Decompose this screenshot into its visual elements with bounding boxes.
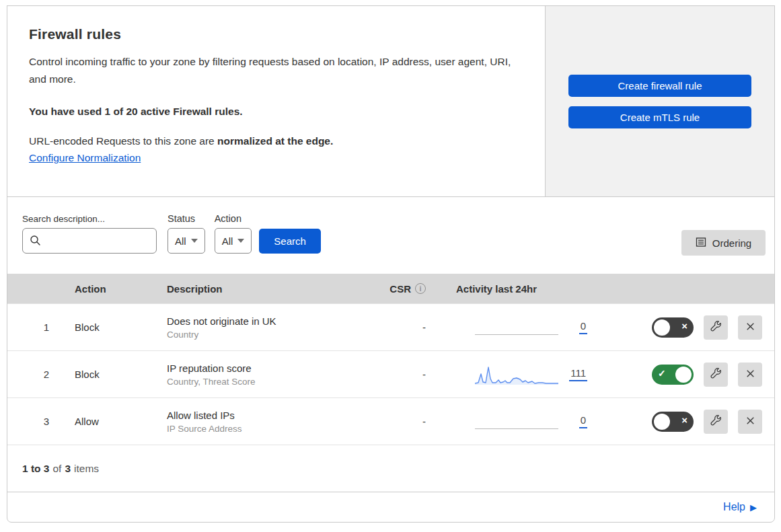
help-bar: Help ▶ bbox=[7, 492, 775, 523]
col-action-header: Action bbox=[49, 283, 167, 295]
status-filter-group: Status All bbox=[168, 213, 205, 254]
items-range: 1 to 3 bbox=[22, 463, 49, 475]
help-link-label: Help bbox=[723, 501, 745, 513]
csr-header-label: CSR bbox=[389, 283, 411, 295]
rule-activity-cell: 0 bbox=[433, 317, 587, 338]
toggle-x-glyph: × bbox=[681, 414, 687, 426]
page-title: Firewall rules bbox=[29, 26, 521, 42]
rule-description-cell: Does not originate in UK Country bbox=[167, 315, 369, 340]
status-select[interactable]: All bbox=[168, 228, 205, 254]
arrow-right-icon: ▶ bbox=[750, 502, 757, 512]
help-link[interactable]: Help ▶ bbox=[723, 501, 757, 513]
toggle-knob bbox=[675, 367, 692, 383]
search-icon bbox=[30, 235, 41, 249]
sparkline-fill bbox=[475, 367, 558, 385]
activity-count-link[interactable]: 111 bbox=[569, 367, 587, 381]
action-select[interactable]: All bbox=[215, 228, 252, 254]
usage-notice: You have used 1 of 20 active Firewall ru… bbox=[29, 106, 521, 118]
wrench-icon bbox=[710, 368, 722, 381]
rules-list-card: Search description... Status All bbox=[7, 197, 775, 492]
rule-action: Allow bbox=[49, 416, 167, 427]
rule-fields: Country bbox=[167, 330, 369, 340]
col-description-header: Description bbox=[167, 283, 369, 295]
rule-controls: ✓ bbox=[587, 363, 774, 387]
table-row: 2 Block IP reputation score Country, Thr… bbox=[7, 350, 774, 397]
rule-fields: Country, Threat Score bbox=[167, 377, 369, 387]
rule-action: Block bbox=[49, 369, 167, 380]
action-selected-value: All bbox=[222, 235, 233, 247]
col-csr-header: CSR i bbox=[369, 283, 433, 295]
chevron-down-icon bbox=[191, 239, 198, 243]
overview-text-panel: Firewall rules Control incoming traffic … bbox=[7, 6, 545, 196]
delete-rule-button[interactable] bbox=[738, 363, 762, 387]
rule-controls: × bbox=[587, 410, 774, 434]
overview-description: Control incoming traffic to your zone by… bbox=[29, 53, 521, 88]
search-group: Search description... bbox=[22, 214, 157, 254]
close-icon bbox=[745, 415, 756, 428]
enable-toggle-on[interactable]: ✓ bbox=[652, 365, 694, 385]
rule-description-cell: Allow listed IPs IP Source Address bbox=[167, 410, 369, 434]
wrench-icon bbox=[710, 415, 722, 428]
activity-sparkline bbox=[475, 364, 558, 385]
action-filter-group: Action All bbox=[215, 213, 252, 254]
rule-description-cell: IP reputation score Country, Threat Scor… bbox=[167, 363, 369, 387]
delete-rule-button[interactable] bbox=[738, 410, 762, 434]
table-row: 1 Block Does not originate in UK Country… bbox=[7, 303, 774, 350]
rule-csr: - bbox=[369, 416, 433, 427]
rule-description: Does not originate in UK bbox=[167, 315, 369, 327]
create-firewall-rule-button[interactable]: Create firewall rule bbox=[568, 75, 751, 97]
toggle-knob bbox=[654, 414, 670, 430]
normalization-bold: normalized at the edge. bbox=[217, 135, 333, 147]
items-total: 3 bbox=[65, 463, 71, 475]
sparkline-empty bbox=[475, 317, 558, 338]
actions-panel: Create firewall rule Create mTLS rule bbox=[545, 6, 774, 196]
rule-csr: - bbox=[369, 369, 433, 380]
status-label: Status bbox=[168, 213, 205, 224]
firewall-rules-page: Firewall rules Control incoming traffic … bbox=[7, 5, 775, 523]
table-row: 3 Allow Allow listed IPs IP Source Addre… bbox=[7, 397, 774, 445]
toggle-knob bbox=[654, 319, 670, 336]
table-pagination-summary: 1 to 3 of 3 items bbox=[7, 445, 774, 492]
rule-controls: × bbox=[587, 315, 774, 340]
create-mtls-rule-button[interactable]: Create mTLS rule bbox=[568, 106, 751, 128]
wrench-icon bbox=[710, 321, 722, 334]
activity-count-link[interactable]: 0 bbox=[579, 414, 587, 428]
search-input[interactable] bbox=[22, 228, 157, 254]
search-button[interactable]: Search bbox=[259, 229, 321, 254]
overview-card: Firewall rules Control incoming traffic … bbox=[7, 5, 775, 197]
rule-description: Allow listed IPs bbox=[167, 410, 369, 421]
rule-activity-cell: 0 bbox=[433, 411, 587, 432]
edit-rule-button[interactable] bbox=[704, 363, 728, 387]
status-selected-value: All bbox=[175, 235, 186, 247]
chevron-down-icon bbox=[237, 239, 244, 243]
toggle-check-glyph: ✓ bbox=[658, 368, 666, 379]
rule-activity-cell: 111 bbox=[433, 364, 587, 385]
rule-csr: - bbox=[369, 321, 433, 333]
col-activity-header: Activity last 24hr bbox=[433, 283, 587, 295]
edit-rule-button[interactable] bbox=[704, 315, 728, 340]
sparkline-empty bbox=[475, 411, 558, 432]
rule-fields: IP Source Address bbox=[167, 424, 369, 434]
close-icon bbox=[745, 368, 756, 381]
items-label: items bbox=[74, 463, 99, 475]
delete-rule-button[interactable] bbox=[738, 315, 762, 340]
enable-toggle-off[interactable]: × bbox=[652, 412, 694, 432]
configure-normalization-link[interactable]: Configure Normalization bbox=[29, 152, 141, 164]
list-icon bbox=[696, 237, 706, 250]
toggle-x-glyph: × bbox=[681, 320, 687, 332]
rule-priority: 3 bbox=[7, 416, 49, 427]
activity-count-link[interactable]: 0 bbox=[579, 320, 587, 334]
edit-rule-button[interactable] bbox=[704, 410, 728, 434]
search-label: Search description... bbox=[22, 214, 157, 224]
ordering-button[interactable]: Ordering bbox=[681, 230, 766, 256]
normalization-text: URL-encoded Requests to this zone are bbox=[29, 135, 215, 147]
info-icon[interactable]: i bbox=[415, 283, 426, 294]
rule-priority: 2 bbox=[7, 369, 49, 380]
enable-toggle-off[interactable]: × bbox=[652, 317, 694, 338]
filter-bar: Search description... Status All bbox=[7, 197, 774, 274]
items-of-label: of bbox=[52, 463, 61, 475]
table-header-row: Action Description CSR i Activity last 2… bbox=[7, 274, 774, 303]
action-label: Action bbox=[215, 213, 252, 224]
rule-description: IP reputation score bbox=[167, 363, 369, 374]
close-icon bbox=[745, 321, 756, 334]
